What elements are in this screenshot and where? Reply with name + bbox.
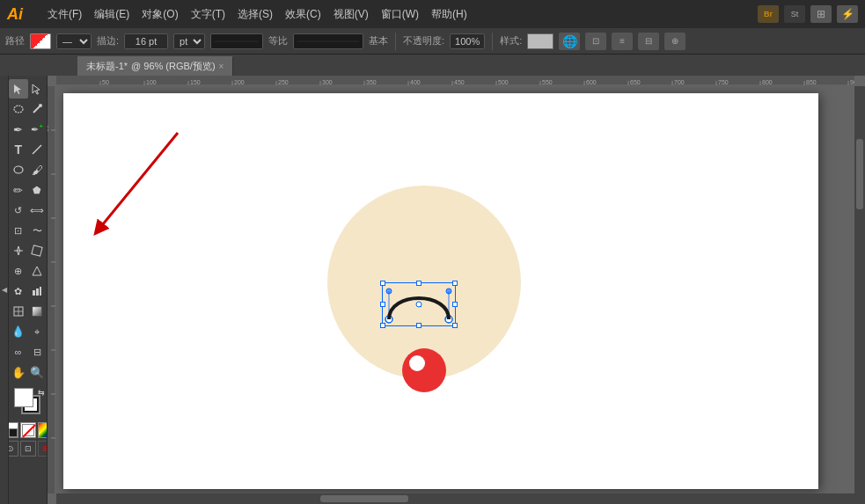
menu-type[interactable]: 文字(T) <box>186 5 231 24</box>
path-label: 路径 <box>5 34 25 47</box>
globe-icon[interactable]: 🌐 <box>559 33 580 50</box>
tab-bar: 未标题-1* @ 96% (RGB/预览) × <box>0 55 865 76</box>
perspective-tool[interactable] <box>28 261 48 281</box>
width-tool[interactable] <box>9 241 28 260</box>
ratio-label: 等比 <box>268 34 288 47</box>
default-colors-icon[interactable] <box>9 422 18 438</box>
select-tool[interactable] <box>9 79 28 99</box>
add-anchor-tool[interactable]: ✒+ <box>28 120 48 139</box>
gradient-tool[interactable] <box>28 302 48 321</box>
scrollbar-horizontal[interactable] <box>56 493 854 504</box>
basic-label: 基本 <box>369 34 388 47</box>
menu-view[interactable]: 视图(V) <box>328 5 374 24</box>
type-tool[interactable]: T <box>9 140 28 159</box>
scroll-thumb-h[interactable] <box>320 495 408 502</box>
blend-tool[interactable]: ∞ <box>9 342 28 362</box>
stroke-color-swatch[interactable] <box>30 33 51 49</box>
stroke-style-preview[interactable] <box>210 33 263 49</box>
line-tool[interactable] <box>28 140 48 159</box>
reflect-tool[interactable]: ⟺ <box>28 201 48 220</box>
free-transform-tool[interactable] <box>28 241 48 260</box>
tool-row-7: ↺ ⟺ <box>9 201 47 220</box>
tab-title: 未标题-1* <box>86 60 128 73</box>
mesh-tool[interactable] <box>9 302 28 321</box>
menu-object[interactable]: 对象(O) <box>136 5 183 24</box>
transform-icon[interactable]: ⊟ <box>638 33 659 50</box>
hand-tool[interactable]: ✋ <box>9 362 28 382</box>
none-swatch[interactable] <box>20 422 36 438</box>
svg-text:50: 50 <box>102 79 109 85</box>
tool-row-2 <box>9 99 47 119</box>
tool-row-10: ⊕ <box>9 261 47 281</box>
svg-rect-10 <box>40 287 41 296</box>
color-gradient-swatch[interactable] <box>38 422 48 438</box>
graph-tool[interactable] <box>28 281 48 301</box>
warp-tool[interactable]: 〜 <box>28 221 48 240</box>
style-label: 样式: <box>500 34 522 47</box>
stroke-type-select[interactable]: — <box>56 33 92 49</box>
stock-icon[interactable]: St <box>784 5 805 23</box>
tool-row-12 <box>9 302 47 321</box>
draw-inside-icon[interactable]: ⊞ <box>38 441 48 457</box>
direct-select-tool[interactable] <box>28 79 48 99</box>
zoom-tool[interactable]: 🔍 <box>28 362 48 382</box>
scroll-thumb-v[interactable] <box>856 139 863 209</box>
tool-row-13: 💧 ⌖ <box>9 322 47 341</box>
fill-color-box[interactable] <box>14 388 33 407</box>
svg-point-2 <box>39 104 42 107</box>
tab-close-button[interactable]: × <box>219 62 224 71</box>
normal-mode-icon[interactable]: ⊙ <box>9 441 18 457</box>
tool-row-9 <box>9 241 47 260</box>
document-tab[interactable]: 未标题-1* @ 96% (RGB/预览) × <box>77 56 233 76</box>
rotate-tool[interactable]: ↺ <box>9 201 28 220</box>
tool-row-5: 🖌 <box>9 160 47 179</box>
stroke-style2-preview[interactable] <box>293 33 363 49</box>
menu-select[interactable]: 选择(S) <box>232 5 278 24</box>
ellipse-tool[interactable] <box>9 160 28 179</box>
svg-text:200: 200 <box>234 79 245 85</box>
menu-effect[interactable]: 效果(C) <box>280 5 326 24</box>
menu-window[interactable]: 窗口(W) <box>376 5 424 24</box>
svg-marker-7 <box>33 267 41 275</box>
nose-circle <box>402 348 446 392</box>
stroke-width-input[interactable] <box>124 33 168 49</box>
align-icon[interactable]: ≡ <box>612 33 633 50</box>
scale-tool[interactable]: ⊡ <box>9 221 28 240</box>
menu-edit[interactable]: 编辑(E) <box>89 5 135 24</box>
sync-icon[interactable]: ⚡ <box>837 5 858 23</box>
lasso-tool[interactable] <box>9 99 28 119</box>
scrollbar-vertical[interactable] <box>854 86 865 493</box>
app-logo: Ai <box>7 5 35 24</box>
default-stroke <box>9 428 18 437</box>
slice-tool[interactable]: ⊟ <box>28 342 48 362</box>
draw-behind-icon[interactable]: ⊡ <box>20 441 36 457</box>
grid-icon[interactable]: ⊞ <box>810 5 832 23</box>
arrange-icon[interactable]: ⊡ <box>585 33 606 50</box>
color-reset-area <box>9 422 48 438</box>
anchor-center[interactable] <box>416 302 422 307</box>
svg-text:350: 350 <box>366 79 377 85</box>
measure-tool[interactable]: ⌖ <box>28 322 48 341</box>
pencil-tool[interactable]: ✏ <box>9 180 28 200</box>
drawing-mode-area: ⊙ ⊡ ⊞ <box>9 439 48 458</box>
svg-line-3 <box>33 145 41 154</box>
blob-brush-tool[interactable]: ⬟ <box>28 180 48 200</box>
pathfinder-icon[interactable]: ⊕ <box>664 33 685 50</box>
menu-help[interactable]: 帮助(H) <box>426 5 473 24</box>
eyedropper-tool[interactable]: 💧 <box>9 322 28 341</box>
bridge-icon[interactable]: Br <box>758 5 779 23</box>
magic-wand-tool[interactable] <box>28 99 48 119</box>
svg-text:800: 800 <box>762 79 773 85</box>
symbol-sprayer-tool[interactable]: ✿ <box>9 281 28 301</box>
stroke-width-select[interactable]: pt <box>173 33 205 49</box>
shape-builder-tool[interactable]: ⊕ <box>9 261 28 281</box>
pen-tool[interactable]: ✒ <box>9 120 28 139</box>
artboard <box>63 93 818 489</box>
menu-file[interactable]: 文件(F) <box>42 5 87 24</box>
swap-colors-icon[interactable]: ⇆ <box>38 388 45 397</box>
opacity-input[interactable] <box>450 33 485 49</box>
paintbrush-tool[interactable]: 🖌 <box>28 160 48 179</box>
style-swatch[interactable] <box>527 33 553 49</box>
canvas-area[interactable]: 50 100 150 200 250 300 350 400 450 500 5… <box>48 76 865 504</box>
panel-collapse-handle[interactable]: ◀ <box>0 76 9 504</box>
